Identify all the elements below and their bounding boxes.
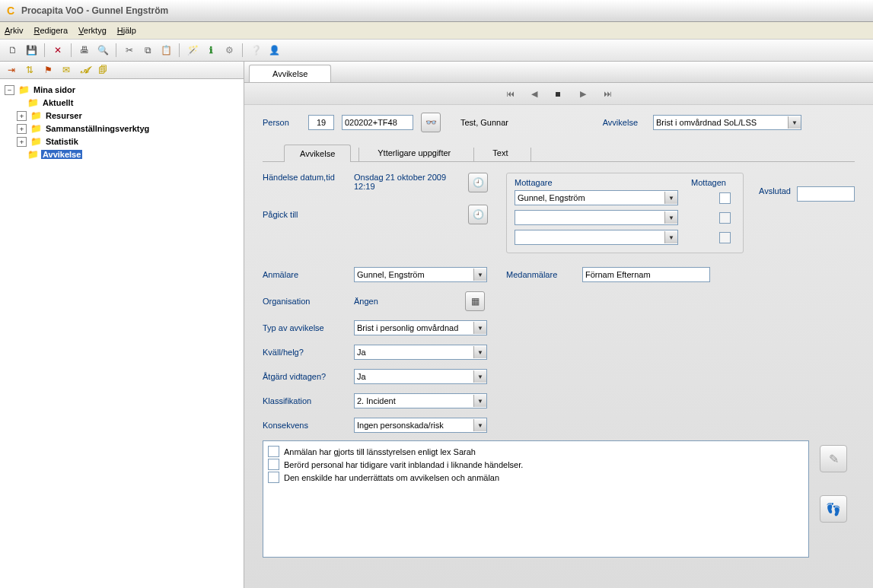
datetime-picker-button[interactable]: 🕘 xyxy=(468,205,488,224)
personal-checkbox[interactable] xyxy=(268,459,279,470)
mottagare-select-1[interactable]: Gunnel, Engström ▼ xyxy=(515,190,678,205)
tree-sammanst[interactable]: + Sammanställningsverktyg xyxy=(5,122,244,135)
folder-icon[interactable]: 🗐 xyxy=(96,63,110,77)
avvikelse-select[interactable]: Brist i omvårdnad SoL/LSS ▼ xyxy=(653,115,801,130)
chevron-down-icon[interactable]: ▼ xyxy=(473,370,486,383)
avvikelse-label: Avvikelse xyxy=(603,118,638,127)
right-panel: Avvikelse ⏮ ◀ ◆ ▶ ⏭ Person 👓 Test, Gunna… xyxy=(244,62,873,588)
menu-verktyg[interactable]: Verktyg xyxy=(78,26,107,35)
tab-avvikelse[interactable]: Avvikelse xyxy=(284,145,351,162)
nav-last-icon[interactable]: ⏭ xyxy=(602,88,613,99)
nav-current-icon[interactable]: ◆ xyxy=(551,86,566,101)
edit-button[interactable]: ✎ xyxy=(820,445,847,472)
chevron-down-icon[interactable]: ▼ xyxy=(664,231,677,243)
mottagare-select-2[interactable]: ▼ xyxy=(515,210,678,225)
tree-resurser[interactable]: + Resurser xyxy=(5,110,244,122)
note-icon[interactable]: 𝒜 xyxy=(78,63,91,77)
person-code-input[interactable] xyxy=(342,115,413,130)
folder-icon xyxy=(27,149,39,160)
info-icon[interactable]: ℹ xyxy=(204,43,218,57)
save-icon[interactable]: 💾 xyxy=(24,43,38,57)
organisation-value: Ängen xyxy=(354,297,457,306)
chevron-down-icon[interactable]: ▼ xyxy=(664,211,677,224)
mail-icon[interactable]: ✉ xyxy=(59,63,73,77)
mottagare-select-3[interactable]: ▼ xyxy=(515,230,678,245)
inner-tabrow: Avvikelse Ytterligare uppgifter Text xyxy=(263,143,855,162)
tree-aktuellt[interactable]: Aktuellt xyxy=(5,97,244,109)
person-icon[interactable]: 👤 xyxy=(267,43,281,57)
handelse-label: Händelse datum,tid xyxy=(263,173,346,182)
anmalare-label: Anmälare xyxy=(263,270,346,279)
nav-next-icon[interactable]: ▶ xyxy=(578,88,588,99)
paste-icon[interactable]: 📋 xyxy=(159,43,173,57)
wand-icon[interactable]: 🪄 xyxy=(186,43,199,57)
tab-ytterligare[interactable]: Ytterligare uppgifter xyxy=(362,145,466,161)
tab-text[interactable]: Text xyxy=(477,145,523,161)
inform-label: Den enskilde har underrättats om avvikel… xyxy=(284,473,499,482)
menu-arkiv[interactable]: Arkiv xyxy=(5,26,23,35)
menu-hjalp[interactable]: Hjälp xyxy=(117,26,136,35)
flag-icon[interactable]: ⚑ xyxy=(41,63,55,77)
find-icon[interactable]: 🔍 xyxy=(96,43,110,57)
filter-icon[interactable]: ⇅ xyxy=(23,63,37,77)
chevron-down-icon[interactable]: ▼ xyxy=(473,395,486,407)
tool-icon[interactable]: ⚙ xyxy=(222,43,236,57)
tree-statistik[interactable]: + Statistik xyxy=(5,135,244,148)
tree-collapse-icon[interactable]: ⇥ xyxy=(5,63,18,77)
footsteps-button[interactable]: 👣 xyxy=(820,495,847,523)
lex-sarah-checkbox[interactable] xyxy=(268,446,279,457)
copy-icon[interactable]: ⧉ xyxy=(141,43,155,57)
mottagen-checkbox-1[interactable] xyxy=(719,192,731,204)
medanmalare-label: Medanmälare xyxy=(506,270,575,279)
folder-icon xyxy=(30,110,42,121)
mottagen-checkbox-3 xyxy=(719,232,731,243)
pagick-label: Pågick till xyxy=(263,210,346,219)
folder-icon xyxy=(30,136,42,147)
person-label: Person xyxy=(263,118,301,127)
typ-select[interactable]: Brist i personlig omvårdnad ▼ xyxy=(354,320,487,335)
mottagen-checkbox-2 xyxy=(719,212,731,224)
cut-icon[interactable]: ✂ xyxy=(123,43,136,57)
new-icon[interactable]: 🗋 xyxy=(6,43,20,57)
tree-toggle-root[interactable]: − xyxy=(5,85,14,95)
konsekvens-select[interactable]: Ingen personskada/risk ▼ xyxy=(354,418,487,433)
doc-tab-avvikelse[interactable]: Avvikelse xyxy=(249,65,331,82)
folder-icon xyxy=(27,97,39,108)
help-icon[interactable]: ❔ xyxy=(249,43,263,57)
org-chart-button[interactable]: ▦ xyxy=(465,291,485,311)
person-lookup-button[interactable]: 👓 xyxy=(421,113,441,132)
nav-first-icon[interactable]: ⏮ xyxy=(505,88,515,99)
chevron-down-icon[interactable]: ▼ xyxy=(473,346,486,358)
medanmalare-input[interactable] xyxy=(582,267,710,282)
kvall-select[interactable]: Ja ▼ xyxy=(354,345,487,360)
tree-toggle[interactable]: + xyxy=(17,111,27,121)
konsekvens-label: Konsekvens xyxy=(263,421,346,430)
chevron-down-icon[interactable]: ▼ xyxy=(664,192,677,204)
chevron-down-icon[interactable]: ▼ xyxy=(473,322,486,334)
app-icon: C xyxy=(5,5,17,17)
atgard-select[interactable]: Ja ▼ xyxy=(354,369,487,384)
tree-toggle[interactable]: + xyxy=(17,124,27,134)
mottagen-label: Mottagen xyxy=(682,178,735,187)
left-panel: ⇥ ⇅ ⚑ ✉ 𝒜 🗐 − Mina sidor Aktuellt + xyxy=(0,62,244,588)
delete-icon[interactable]: ✕ xyxy=(51,43,65,57)
tree-root[interactable]: − Mina sidor xyxy=(5,84,244,96)
nav-prev-icon[interactable]: ◀ xyxy=(529,88,540,99)
print-icon[interactable]: 🖶 xyxy=(78,43,91,57)
typ-label: Typ av avvikelse xyxy=(263,323,346,332)
chevron-down-icon[interactable]: ▼ xyxy=(473,269,486,281)
atgard-label: Åtgärd vidtagen? xyxy=(263,372,346,381)
tree-avvikelse[interactable]: Avvikelse xyxy=(5,148,244,161)
anmalare-select[interactable]: Gunnel, Engström ▼ xyxy=(354,267,487,282)
chevron-down-icon[interactable]: ▼ xyxy=(788,116,801,129)
menubar: Arkiv Redigera Verktyg Hjälp xyxy=(0,22,873,40)
menu-redigera[interactable]: Redigera xyxy=(33,26,68,35)
klass-select[interactable]: 2. Incident ▼ xyxy=(354,393,487,408)
avslutad-input[interactable] xyxy=(797,186,855,202)
chevron-down-icon[interactable]: ▼ xyxy=(473,419,486,431)
folder-icon xyxy=(18,84,30,95)
datetime-picker-button[interactable]: 🕘 xyxy=(468,173,488,192)
person-num-input[interactable] xyxy=(308,115,334,130)
tree-toggle[interactable]: + xyxy=(17,137,27,147)
inform-checkbox[interactable] xyxy=(268,472,279,483)
